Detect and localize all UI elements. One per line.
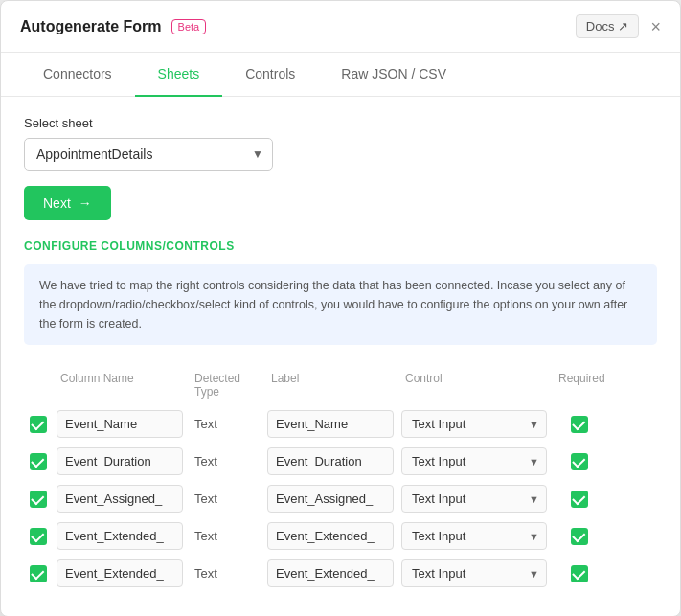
checkbox-checked-icon[interactable] — [30, 453, 47, 470]
control-select-wrapper-3: Text Input ▼ — [401, 522, 547, 550]
required-checkbox-3[interactable] — [571, 528, 588, 545]
required-1[interactable] — [551, 453, 608, 470]
detected-type-2: Text — [187, 491, 263, 506]
checkbox-checked-icon[interactable] — [30, 491, 47, 508]
label-input-0[interactable] — [267, 410, 394, 438]
row-checkbox-1[interactable] — [24, 453, 53, 470]
label-input-3[interactable] — [267, 522, 394, 550]
column-name-input-0[interactable] — [57, 410, 183, 438]
tab-raw-json-csv[interactable]: Raw JSON / CSV — [318, 53, 469, 97]
next-button[interactable]: Next → — [24, 186, 111, 220]
label-4 — [267, 559, 394, 587]
header-checkbox-col — [24, 368, 53, 402]
column-name-input-4[interactable] — [57, 559, 183, 587]
label-input-4[interactable] — [267, 559, 394, 587]
control-select-wrapper-4: Text Input ▼ — [401, 559, 547, 587]
beta-badge: Beta — [171, 19, 207, 34]
row-checkbox-2[interactable] — [24, 491, 53, 508]
arrow-right-icon: → — [79, 195, 92, 211]
header-control: Control — [397, 368, 551, 402]
column-name-4 — [57, 559, 183, 587]
row-checkbox-0[interactable] — [24, 416, 53, 433]
row-checkbox-3[interactable] — [24, 528, 53, 545]
tab-sheets[interactable]: Sheets — [135, 53, 223, 97]
column-name-input-2[interactable] — [57, 485, 183, 513]
info-box: We have tried to map the right controls … — [24, 264, 657, 345]
label-input-2[interactable] — [267, 485, 394, 513]
header-right: Docs ↗ × — [576, 14, 661, 38]
modal-header: Autogenerate Form Beta Docs ↗ × — [1, 1, 680, 53]
detected-type-4: Text — [187, 566, 263, 581]
header-detected-type: Detected Type — [187, 368, 263, 402]
sheet-select[interactable]: AppointmentDetails — [24, 138, 273, 171]
checkbox-checked-icon[interactable] — [30, 565, 47, 582]
column-name-2 — [57, 485, 183, 513]
label-1 — [267, 447, 394, 475]
control-select-4[interactable]: Text Input — [401, 559, 547, 587]
checkbox-checked-icon[interactable] — [30, 528, 47, 545]
title-area: Autogenerate Form Beta — [20, 18, 206, 35]
tab-connectors[interactable]: Connectors — [20, 53, 135, 97]
detected-type-0: Text — [187, 417, 263, 431]
label-input-1[interactable] — [267, 447, 394, 475]
column-name-1 — [57, 447, 183, 475]
sheet-select-wrapper: AppointmentDetails ▼ — [24, 138, 273, 171]
external-link-icon: ↗ — [618, 19, 628, 34]
docs-label: Docs — [586, 19, 615, 34]
detected-type-1: Text — [187, 454, 263, 468]
required-4[interactable] — [551, 565, 608, 582]
next-label: Next — [43, 195, 71, 211]
modal-body: Select sheet AppointmentDetails ▼ Next →… — [1, 97, 680, 616]
header-column-name: Column Name — [53, 368, 187, 402]
control-select-0[interactable]: Text Input — [401, 410, 547, 438]
column-name-input-3[interactable] — [57, 522, 183, 550]
tab-bar: Connectors Sheets Controls Raw JSON / CS… — [1, 53, 680, 97]
column-name-3 — [57, 522, 183, 550]
tab-controls[interactable]: Controls — [222, 53, 318, 97]
label-3 — [267, 522, 394, 550]
required-checkbox-4[interactable] — [571, 565, 588, 582]
column-name-input-1[interactable] — [57, 447, 183, 475]
required-3[interactable] — [551, 528, 608, 545]
close-button[interactable]: × — [650, 18, 661, 35]
table-row: Text Text Input ▼ — [24, 485, 657, 513]
table-row: Text Text Input ▼ — [24, 447, 657, 475]
configure-title: CONFIGURE COLUMNS/CONTROLS — [24, 240, 657, 253]
control-select-1[interactable]: Text Input — [401, 447, 547, 475]
required-2[interactable] — [551, 491, 608, 508]
checkbox-checked-icon[interactable] — [30, 416, 47, 433]
table-row: Text Text Input ▼ — [24, 559, 657, 587]
table-row: Text Text Input ▼ — [24, 522, 657, 550]
docs-button[interactable]: Docs ↗ — [576, 14, 640, 38]
control-select-3[interactable]: Text Input — [401, 522, 547, 550]
required-checkbox-1[interactable] — [571, 453, 588, 470]
modal-title: Autogenerate Form — [20, 18, 162, 35]
required-checkbox-2[interactable] — [571, 491, 588, 508]
control-select-wrapper-1: Text Input ▼ — [401, 447, 547, 475]
column-name-0 — [57, 410, 183, 438]
required-checkbox-0[interactable] — [571, 416, 588, 433]
row-checkbox-4[interactable] — [24, 565, 53, 582]
control-select-wrapper-2: Text Input ▼ — [401, 485, 547, 513]
control-select-2[interactable]: Text Input — [401, 485, 547, 513]
table-header: Column Name Detected Type Label Control … — [24, 364, 657, 406]
header-required: Required — [551, 368, 608, 402]
control-select-wrapper-0: Text Input ▼ — [401, 410, 547, 438]
detected-type-3: Text — [187, 529, 263, 543]
label-0 — [267, 410, 394, 438]
select-sheet-label: Select sheet — [24, 116, 657, 130]
label-2 — [267, 485, 394, 513]
required-0[interactable] — [551, 416, 608, 433]
header-label: Label — [263, 368, 397, 402]
table-row: Text Text Input ▼ — [24, 410, 657, 438]
autogenerate-form-modal: Autogenerate Form Beta Docs ↗ × Connecto… — [0, 0, 681, 616]
